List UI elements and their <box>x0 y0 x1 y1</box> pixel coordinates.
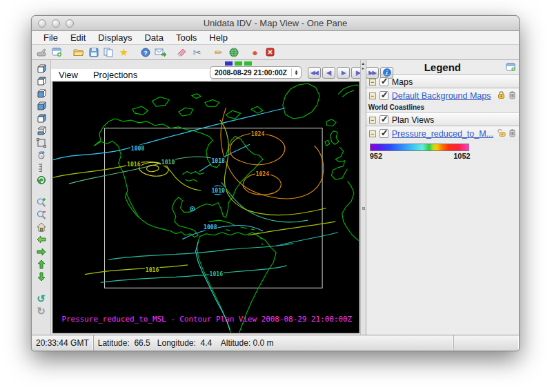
svg-text:1016: 1016 <box>127 161 141 168</box>
view-cube-front-icon[interactable] <box>35 87 48 99</box>
legend-item-pressure-display: − Pressure_reduced_to_M... <box>366 126 519 141</box>
menu-tools[interactable]: Tools <box>170 32 203 43</box>
float-legend-icon[interactable] <box>506 62 516 75</box>
auto-rotate-icon[interactable] <box>35 174 48 186</box>
box-frame-icon[interactable] <box>35 137 48 148</box>
menu-bar: File Edit Displays Data Tools Help <box>32 31 519 45</box>
svg-text:1016: 1016 <box>210 270 224 277</box>
maps-visibility-checkbox[interactable] <box>379 77 388 86</box>
step-back-button[interactable]: ◀| <box>322 67 335 79</box>
show-new-window-icon[interactable] <box>50 46 63 59</box>
zoom-window-button[interactable] <box>66 19 74 28</box>
svg-text:1016: 1016 <box>146 266 159 273</box>
data-bounding-box <box>105 128 323 288</box>
redo-icon[interactable]: ↻ <box>35 305 48 317</box>
pane-splitter[interactable]: ▲▸ <box>360 60 366 335</box>
menu-projections[interactable]: Projections <box>86 70 145 80</box>
play-button[interactable]: ▶ <box>337 67 350 79</box>
support-request-icon[interactable] <box>154 46 167 59</box>
view-cube-back-icon[interactable] <box>35 112 48 124</box>
status-bar: 20:33:44 GMT Latitude: 66.5 Longitude: 4… <box>32 335 519 351</box>
minimize-window-button[interactable] <box>52 19 60 28</box>
vertical-scale-icon[interactable] <box>35 161 48 173</box>
time-value: 2008-08-29 21:00:00Z <box>210 68 291 77</box>
map-display[interactable]: 1008 1016 1010 1018 1010 1024 1024 1008 … <box>52 81 359 333</box>
pan-down-icon[interactable] <box>35 271 48 282</box>
coastlines <box>94 84 358 333</box>
pressure-contours <box>53 108 338 330</box>
display-link[interactable]: Default Background Maps <box>392 91 493 101</box>
svg-text:1024: 1024 <box>256 170 270 177</box>
copy-icon[interactable] <box>102 46 115 59</box>
legend-section-plan-views: − Plan Views <box>366 113 519 126</box>
time-spinner[interactable]: ▲▼ <box>291 68 301 77</box>
status-indicator-chips <box>225 61 252 66</box>
show-dashboard-icon[interactable] <box>35 46 48 59</box>
titlebar[interactable]: Unidata IDV - Map View - One Pane <box>32 16 519 31</box>
time-select[interactable]: 2008-08-29 21:00:00Z ▲▼ <box>210 66 302 79</box>
collapse-icon[interactable]: − <box>369 92 376 99</box>
section-label: Plan Views <box>392 115 435 125</box>
plan-views-visibility-checkbox[interactable] <box>379 115 388 124</box>
view-cube-bottom-icon[interactable] <box>35 124 48 136</box>
legend-title: Legend <box>366 61 519 73</box>
menu-help[interactable]: Help <box>203 32 234 43</box>
home-icon[interactable] <box>35 221 48 233</box>
pan-right-icon[interactable] <box>35 246 48 257</box>
display-annotation: Pressure_reduced_to_MSL - Contour Plan V… <box>61 315 352 324</box>
close-window-button[interactable] <box>38 19 46 28</box>
go-first-button[interactable]: ◀◀ <box>308 67 321 79</box>
item-visibility-checkbox[interactable] <box>379 91 388 100</box>
view-cube-right-icon[interactable] <box>35 62 48 74</box>
zoom-in-icon[interactable] <box>35 196 48 208</box>
rotate-view-icon[interactable] <box>35 149 48 161</box>
trash-icon[interactable] <box>509 128 516 140</box>
lock-closed-icon[interactable] <box>497 90 506 102</box>
splitter-collapse-arrows[interactable]: ▲▸ <box>361 61 366 71</box>
capture-image-icon[interactable]: ● <box>248 46 262 59</box>
collapse-icon[interactable]: − <box>369 79 376 86</box>
menu-file[interactable]: File <box>37 32 64 43</box>
svg-text:1010: 1010 <box>211 187 225 194</box>
splitter-handle[interactable] <box>362 207 365 210</box>
edit-icon[interactable]: ✏ <box>212 46 225 59</box>
help-icon[interactable]: ? <box>139 46 152 59</box>
remove-all-icon[interactable] <box>264 46 277 59</box>
legend-panel: Legend − Maps − Default Background Maps <box>366 60 519 335</box>
svg-text:1018: 1018 <box>211 157 225 164</box>
undo-icon[interactable]: ↺ <box>35 293 48 304</box>
legend-header: Legend <box>366 60 519 75</box>
view-cube-left-icon[interactable] <box>35 99 48 111</box>
svg-text:?: ? <box>144 49 148 56</box>
map-top-bar: View Projections 2008-08-29 21:00:00Z ▲▼… <box>51 60 360 81</box>
trash-icon[interactable] <box>509 90 516 102</box>
idv-window: Unidata IDV - Map View - One Pane File E… <box>31 15 520 351</box>
display-link[interactable]: Pressure_reduced_to_M... <box>392 129 493 139</box>
collapse-icon[interactable]: − <box>369 130 376 137</box>
menu-data[interactable]: Data <box>138 32 169 43</box>
cut-icon[interactable]: ✂ <box>190 46 204 59</box>
menu-view[interactable]: View <box>51 70 86 80</box>
globe-icon[interactable] <box>227 46 240 59</box>
indicator-chip-green <box>244 61 252 66</box>
pan-up-icon[interactable] <box>35 258 48 270</box>
map-panel: View Projections 2008-08-29 21:00:00Z ▲▼… <box>51 60 360 335</box>
favorites-icon[interactable]: ★ <box>117 46 130 59</box>
window-title: Unidata IDV - Map View - One Pane <box>204 18 348 28</box>
collapse-icon[interactable]: − <box>369 117 376 124</box>
eraser-icon[interactable] <box>175 46 188 59</box>
map-sublabel: World Coastlines <box>366 103 519 113</box>
save-file-icon[interactable] <box>87 46 100 59</box>
menu-edit[interactable]: Edit <box>64 32 92 43</box>
pressure-colorbar[interactable] <box>370 144 469 151</box>
open-file-icon[interactable] <box>72 46 85 59</box>
status-extra-cell <box>454 335 519 351</box>
pan-left-icon[interactable] <box>35 233 48 245</box>
menu-displays[interactable]: Displays <box>92 32 138 43</box>
lock-open-icon[interactable] <box>497 128 506 140</box>
item-visibility-checkbox[interactable] <box>379 129 388 138</box>
view-cube-top-icon[interactable] <box>35 75 48 86</box>
colorbar-area: 952 1052 <box>366 141 519 161</box>
cursor-position-readout: Latitude: 66.5 Longitude: 4.4 Altitude: … <box>94 335 454 351</box>
zoom-out-icon[interactable] <box>35 208 48 220</box>
